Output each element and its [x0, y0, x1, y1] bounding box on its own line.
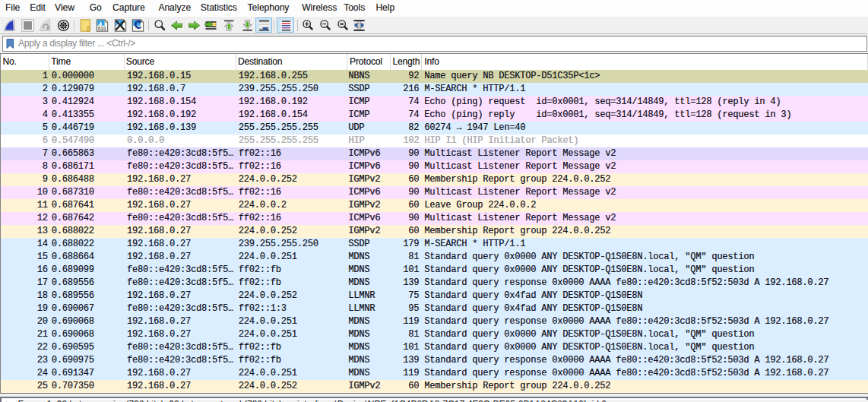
svg-text:010: 010: [98, 26, 106, 31]
